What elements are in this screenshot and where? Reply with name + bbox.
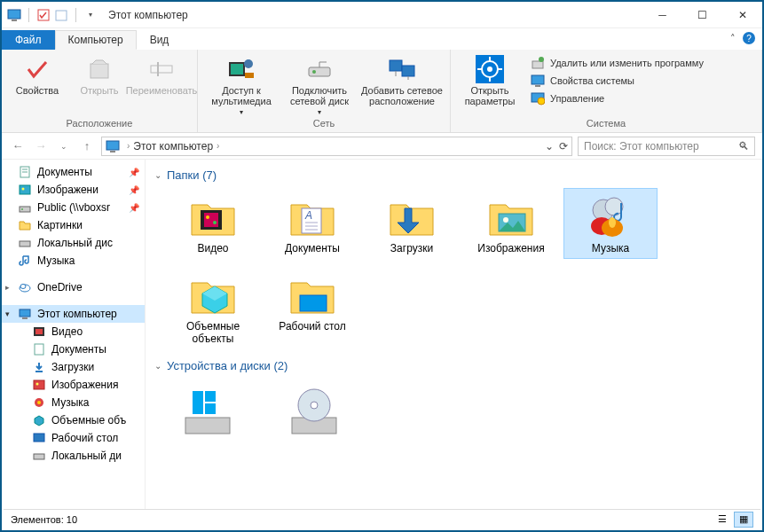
forward-button[interactable]: → bbox=[32, 137, 50, 155]
ribbon-group-network: Доступ к мультимедиа▾ Подключить сетевой… bbox=[198, 50, 451, 132]
close-button[interactable]: ✕ bbox=[722, 3, 762, 27]
address-path[interactable]: › Этот компьютер › ⌄ ⟳ bbox=[101, 137, 572, 156]
svg-point-29 bbox=[538, 98, 545, 105]
folders-grid: Видео A Документы Загрузки Изображения М… bbox=[167, 189, 753, 348]
folder-item-downloads[interactable]: Загрузки bbox=[366, 189, 458, 258]
drive-item[interactable] bbox=[172, 379, 243, 442]
tree-item[interactable]: Музыка bbox=[2, 252, 145, 270]
collapse-icon[interactable]: ⌄ bbox=[154, 361, 161, 371]
icons-view-button[interactable]: ▦ bbox=[734, 512, 753, 528]
computer-icon bbox=[7, 8, 21, 22]
map-drive-button[interactable]: Подключить сетевой диск▾ bbox=[283, 53, 356, 116]
help-icon[interactable]: ? bbox=[743, 32, 755, 44]
folder-item-video[interactable]: Видео bbox=[167, 189, 259, 258]
tree-item[interactable]: Картинки bbox=[2, 216, 145, 234]
content-pane[interactable]: ⌄ Папки (7) Видео A Документы Загрузки И bbox=[146, 160, 762, 512]
chevron-right-icon[interactable]: › bbox=[217, 141, 219, 151]
search-input[interactable]: Поиск: Этот компьютер 🔍︎ bbox=[578, 137, 755, 156]
tree-item[interactable]: Локальный дис bbox=[2, 234, 145, 252]
svg-rect-24 bbox=[532, 61, 543, 68]
address-bar: ← → ⌄ ↑ › Этот компьютер › ⌄ ⟳ Поиск: Эт… bbox=[2, 133, 762, 160]
download-icon bbox=[32, 360, 46, 374]
video-folder-icon bbox=[185, 192, 241, 242]
tree-item[interactable]: Объемные объ bbox=[2, 411, 145, 429]
svg-rect-55 bbox=[204, 213, 218, 227]
qat-dropdown-icon[interactable]: ▾ bbox=[83, 8, 98, 22]
ribbon: Свойства Открыть Переименовать Расположе… bbox=[2, 50, 762, 133]
minimize-button[interactable]: ─ bbox=[642, 3, 682, 27]
manage-button[interactable]: Управление bbox=[527, 90, 707, 106]
open-button: Открыть bbox=[71, 53, 128, 96]
svg-point-19 bbox=[487, 66, 492, 72]
folder-item-documents[interactable]: A Документы bbox=[266, 189, 358, 258]
checkmark-icon bbox=[23, 55, 51, 83]
uninstall-programs-button[interactable]: Удалить или изменить программу bbox=[527, 55, 707, 71]
tab-file[interactable]: Файл bbox=[2, 30, 55, 50]
devices-section-header[interactable]: ⌄ Устройства и диски (2) bbox=[154, 359, 753, 372]
tab-computer[interactable]: Компьютер bbox=[55, 30, 137, 50]
tree-item[interactable]: Загрузки bbox=[2, 358, 145, 376]
ribbon-collapse-icon[interactable]: ˄ bbox=[730, 33, 736, 44]
tree-item[interactable]: Локальный ди bbox=[2, 447, 145, 465]
image-icon bbox=[32, 378, 46, 392]
document-icon bbox=[18, 165, 32, 179]
tree-item[interactable]: Документы bbox=[2, 340, 145, 358]
folders-section-header[interactable]: ⌄ Папки (7) bbox=[154, 168, 753, 182]
tree-item-thispc[interactable]: ▾Этот компьютер bbox=[2, 305, 145, 323]
address-dropdown-icon[interactable]: ⌄ bbox=[545, 140, 554, 153]
media-icon bbox=[227, 55, 256, 83]
tree-item-onedrive[interactable]: ▸OneDrive bbox=[2, 278, 145, 296]
titlebar: ▾ Этот компьютер ─ ☐ ✕ bbox=[2, 2, 762, 28]
svg-rect-35 bbox=[20, 185, 30, 194]
properties-icon[interactable] bbox=[36, 8, 51, 22]
rename-button: Переименовать bbox=[133, 53, 190, 96]
open-settings-button[interactable]: Открыть параметры bbox=[458, 53, 522, 106]
navigation-tree[interactable]: Документы📌 Изображени📌 Public (\\vboxsr📌… bbox=[2, 160, 146, 512]
svg-point-36 bbox=[22, 188, 25, 191]
drive-icon bbox=[32, 449, 46, 463]
tree-item[interactable]: Изображени📌 bbox=[2, 181, 145, 199]
search-icon: 🔍︎ bbox=[738, 140, 749, 153]
tab-view[interactable]: Вид bbox=[137, 30, 183, 50]
folder-item-music[interactable]: Музыка bbox=[564, 189, 657, 258]
drive-item[interactable] bbox=[279, 379, 350, 442]
folder-item-desktop[interactable]: Рабочий стол bbox=[266, 267, 358, 348]
tree-item[interactable]: Рабочий стол bbox=[2, 429, 145, 447]
ribbon-group-system: Открыть параметры Удалить или изменить п… bbox=[451, 50, 762, 132]
expand-icon[interactable]: ▸ bbox=[5, 283, 10, 292]
new-folder-icon[interactable] bbox=[54, 8, 68, 22]
collapse-icon[interactable]: ▾ bbox=[5, 309, 10, 318]
media-access-button[interactable]: Доступ к мультимедиа▾ bbox=[205, 53, 278, 116]
music-icon bbox=[18, 254, 32, 268]
tree-item[interactable]: Музыка bbox=[2, 394, 145, 411]
recent-dropdown[interactable]: ⌄ bbox=[55, 137, 73, 155]
system-properties-button[interactable]: Свойства системы bbox=[527, 73, 707, 89]
network-folder-icon bbox=[18, 200, 32, 215]
add-network-location-button[interactable]: Добавить сетевое расположение bbox=[361, 53, 443, 106]
up-button[interactable]: ↑ bbox=[78, 137, 96, 155]
svg-rect-30 bbox=[106, 141, 119, 150]
svg-rect-53 bbox=[34, 454, 44, 459]
music-icon bbox=[32, 395, 46, 410]
pin-icon: 📌 bbox=[129, 185, 139, 195]
folder-item-3d[interactable]: Объемные объекты bbox=[167, 267, 259, 348]
svg-rect-3 bbox=[56, 11, 67, 20]
svg-rect-31 bbox=[110, 151, 115, 153]
breadcrumb-item[interactable]: Этот компьютер bbox=[133, 140, 213, 153]
details-view-button[interactable]: ☰ bbox=[713, 512, 732, 528]
back-button[interactable]: ← bbox=[9, 137, 27, 155]
cd-drive-icon bbox=[283, 384, 345, 437]
folder-item-images[interactable]: Изображения bbox=[465, 189, 557, 258]
tree-item[interactable]: Public (\\vboxsr📌 bbox=[2, 199, 145, 216]
desktop-icon bbox=[32, 431, 46, 445]
3d-folder-icon bbox=[185, 270, 241, 320]
tree-item[interactable]: Документы📌 bbox=[2, 163, 145, 181]
maximize-button[interactable]: ☐ bbox=[682, 3, 722, 27]
music-folder-icon bbox=[582, 192, 639, 242]
chevron-right-icon[interactable]: › bbox=[127, 141, 130, 151]
collapse-icon[interactable]: ⌄ bbox=[154, 170, 161, 180]
tree-item[interactable]: Изображения bbox=[2, 376, 145, 394]
properties-button[interactable]: Свойства bbox=[9, 53, 66, 96]
refresh-button[interactable]: ⟳ bbox=[559, 140, 568, 153]
tree-item[interactable]: Видео bbox=[2, 323, 145, 340]
